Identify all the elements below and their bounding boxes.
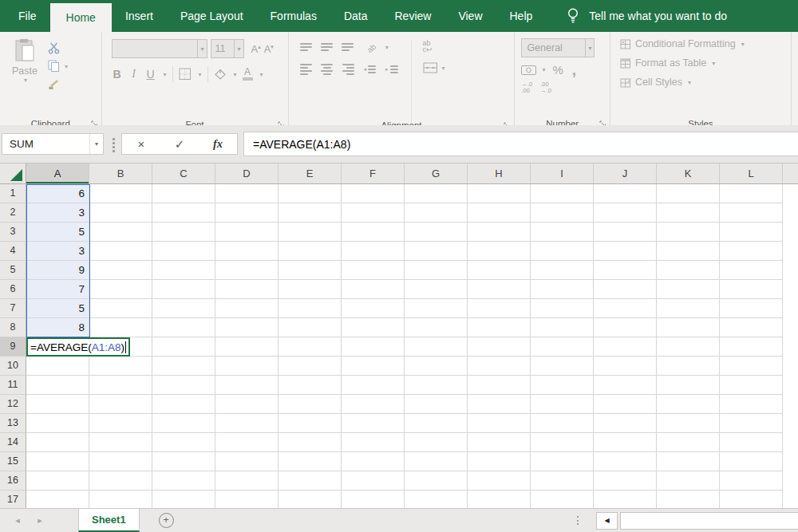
new-sheet-button[interactable]: + xyxy=(159,513,174,528)
cell-A10[interactable] xyxy=(26,357,89,376)
align-top-button[interactable] xyxy=(300,43,313,51)
cell-F1[interactable] xyxy=(342,184,405,203)
cell-L1[interactable] xyxy=(720,184,783,203)
cell-L11[interactable] xyxy=(720,376,783,395)
menu-tab-help[interactable]: Help xyxy=(496,0,547,32)
row-header-6[interactable]: 6 xyxy=(0,280,26,299)
cell-G14[interactable] xyxy=(405,433,468,452)
cell-H2[interactable] xyxy=(468,203,531,223)
cell-A1[interactable]: 6 xyxy=(26,184,89,203)
cell-B15[interactable] xyxy=(89,452,152,471)
cell-H13[interactable] xyxy=(468,414,531,433)
cell-K17[interactable] xyxy=(657,491,720,510)
merge-center-button[interactable]: ▾ xyxy=(423,62,445,73)
cell-styles-button[interactable]: Cell Styles ▾ xyxy=(620,77,791,88)
cell-C1[interactable] xyxy=(152,184,215,203)
cell-F6[interactable] xyxy=(342,280,405,299)
cell-A7[interactable]: 5 xyxy=(26,299,89,318)
row-header-5[interactable]: 5 xyxy=(0,261,26,280)
cell-B2[interactable] xyxy=(89,203,152,223)
cell-C2[interactable] xyxy=(152,203,215,223)
cell-L16[interactable] xyxy=(720,471,783,491)
align-right-button[interactable] xyxy=(342,64,354,75)
tab-scroll-divider[interactable] xyxy=(577,516,579,525)
cell-A11[interactable] xyxy=(26,376,89,395)
cell-L14[interactable] xyxy=(720,433,783,452)
cell-K2[interactable] xyxy=(657,203,720,223)
cell-K6[interactable] xyxy=(657,280,720,299)
menu-tab-insert[interactable]: Insert xyxy=(112,0,167,32)
cell-B12[interactable] xyxy=(89,395,152,414)
cell-J6[interactable] xyxy=(594,280,657,299)
orientation-dropdown-icon[interactable]: ▾ xyxy=(385,44,389,51)
cell-L3[interactable] xyxy=(720,223,783,242)
cell-H12[interactable] xyxy=(468,395,531,414)
copy-dropdown-icon[interactable]: ▾ xyxy=(65,63,68,70)
cell-G3[interactable] xyxy=(405,223,468,242)
menu-tab-file[interactable]: File xyxy=(5,0,50,32)
column-header-A[interactable]: A xyxy=(26,164,89,183)
cell-G11[interactable] xyxy=(405,376,468,395)
cell-A17[interactable] xyxy=(26,491,89,510)
cell-G2[interactable] xyxy=(405,203,468,223)
cell-I12[interactable] xyxy=(531,395,594,414)
cell-E13[interactable] xyxy=(279,414,342,433)
cell-E10[interactable] xyxy=(279,357,342,376)
cell-E16[interactable] xyxy=(279,471,342,491)
cell-A6[interactable]: 7 xyxy=(26,280,89,299)
cell-K9[interactable] xyxy=(657,337,720,357)
cell-E15[interactable] xyxy=(279,452,342,471)
cell-L9[interactable] xyxy=(720,337,783,357)
cell-D1[interactable] xyxy=(215,184,279,203)
menu-tab-home[interactable]: Home xyxy=(50,3,112,32)
cell-J2[interactable] xyxy=(594,203,657,223)
cell-F4[interactable] xyxy=(342,242,405,261)
cell-L7[interactable] xyxy=(720,299,783,318)
cell-H10[interactable] xyxy=(468,357,531,376)
cell-D3[interactable] xyxy=(215,223,279,242)
cell-E11[interactable] xyxy=(279,376,342,395)
conditional-formatting-button[interactable]: Conditional Formatting ▾ xyxy=(620,38,791,49)
decrease-font-size-button[interactable]: A▾ xyxy=(264,43,274,55)
cell-H11[interactable] xyxy=(468,376,531,395)
cell-L4[interactable] xyxy=(720,242,783,261)
cell-L17[interactable] xyxy=(720,491,783,510)
cell-E7[interactable] xyxy=(279,299,342,318)
underline-dropdown-icon[interactable]: ▾ xyxy=(164,71,167,78)
cell-F14[interactable] xyxy=(342,433,405,452)
cell-D12[interactable] xyxy=(215,395,279,414)
row-header-2[interactable]: 2 xyxy=(0,203,26,223)
cell-J10[interactable] xyxy=(594,357,657,376)
cell-C7[interactable] xyxy=(152,299,215,318)
fill-color-button[interactable] xyxy=(214,69,227,81)
cell-J15[interactable] xyxy=(594,452,657,471)
percent-style-button[interactable]: % xyxy=(552,63,563,77)
cell-K1[interactable] xyxy=(657,184,720,203)
row-header-3[interactable]: 3 xyxy=(0,223,26,242)
cell-H6[interactable] xyxy=(468,280,531,299)
cell-F5[interactable] xyxy=(342,261,405,280)
cell-F9[interactable] xyxy=(342,337,405,357)
column-header-G[interactable]: G xyxy=(405,164,468,183)
next-sheet-icon[interactable]: ▸ xyxy=(29,515,51,526)
cell-G8[interactable] xyxy=(405,318,468,337)
cell-C5[interactable] xyxy=(152,261,215,280)
column-header-E[interactable]: E xyxy=(279,164,342,183)
increase-decimal-button[interactable]: ←.0.00 xyxy=(521,81,532,94)
column-header-B[interactable]: B xyxy=(89,164,152,183)
cell-J7[interactable] xyxy=(594,299,657,318)
cell-D7[interactable] xyxy=(215,299,279,318)
cell-L15[interactable] xyxy=(720,452,783,471)
cell-B4[interactable] xyxy=(89,242,152,261)
previous-sheet-icon[interactable]: ◂ xyxy=(6,515,29,526)
cell-G7[interactable] xyxy=(405,299,468,318)
cell-H4[interactable] xyxy=(468,242,531,261)
cell-L12[interactable] xyxy=(720,395,783,414)
cell-E4[interactable] xyxy=(279,242,342,261)
cell-A8[interactable]: 8 xyxy=(26,318,89,337)
cell-C17[interactable] xyxy=(152,491,215,510)
cell-G17[interactable] xyxy=(405,491,468,510)
cell-A15[interactable] xyxy=(26,452,89,471)
cell-I5[interactable] xyxy=(531,261,594,280)
column-header-L[interactable]: L xyxy=(720,164,783,183)
